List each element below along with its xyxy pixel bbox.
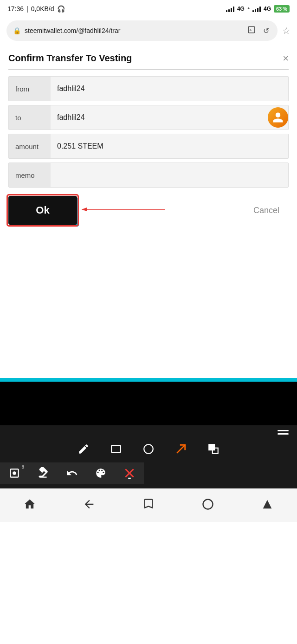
separator: | <box>26 5 28 13</box>
pencil-tool[interactable] <box>74 441 93 457</box>
camera-badge: 6 <box>21 464 24 469</box>
battery-indicator: 63 % <box>274 5 290 13</box>
svg-line-6 <box>177 445 185 453</box>
arrow-tool[interactable] <box>171 441 191 457</box>
cancel-button[interactable]: Cancel <box>244 198 289 223</box>
corner-square-tool[interactable] <box>204 441 223 457</box>
form-row-from: from fadhlil24 <box>8 76 289 101</box>
dialog-title: Confirm Transfer To Vesting <box>8 53 132 64</box>
dialog-divider <box>8 69 289 70</box>
lock-icon: 🔒 <box>13 27 21 34</box>
buttons-row: Ok Cancel <box>8 196 289 225</box>
white-area <box>0 225 297 378</box>
svg-text:A: A <box>250 28 252 32</box>
svg-rect-8 <box>209 444 214 450</box>
network-label-1: 4G <box>237 6 245 12</box>
bookmarks-button[interactable] <box>133 495 164 514</box>
battery-percent: 63 <box>276 6 282 12</box>
bookmark-button[interactable]: ☆ <box>282 25 291 36</box>
palette-tool[interactable] <box>86 462 115 484</box>
navigation-bar <box>0 488 297 522</box>
signal-bars-1 <box>226 6 234 12</box>
arrow-annotation <box>77 200 170 221</box>
svg-point-12 <box>203 500 213 509</box>
url-bar[interactable]: 🔒 steemitwallet.com/@fadhlil24/trar A ↺ <box>6 20 278 41</box>
dialog-container: Confirm Transfer To Vesting × from fadhl… <box>0 45 297 225</box>
network-label-2: 4G <box>264 6 271 12</box>
circle-button[interactable] <box>192 495 224 514</box>
form-row-amount: amount 0.251 STEEM <box>8 134 289 159</box>
home-button[interactable] <box>14 495 45 514</box>
memo-value <box>51 163 288 187</box>
svg-rect-11 <box>128 478 131 479</box>
ok-button[interactable]: Ok <box>8 196 77 225</box>
avatar-badge <box>268 107 288 128</box>
close-button[interactable]: × <box>283 53 289 64</box>
undo-tool[interactable] <box>58 462 86 484</box>
translate-button[interactable]: A <box>245 24 258 38</box>
ok-button-wrapper: Ok <box>8 196 77 225</box>
status-right: 4G ⁺ 4G 63 % <box>226 5 290 13</box>
teal-separator <box>0 378 297 382</box>
annotation-toolbar: 6 <box>0 425 297 488</box>
data-speed: 0,0KB/d <box>31 5 54 13</box>
tools-row-1 <box>0 436 297 460</box>
svg-point-5 <box>144 444 153 454</box>
eraser-tool[interactable] <box>29 462 58 484</box>
tools-row-2: 6 <box>0 460 297 488</box>
crossout-tool[interactable] <box>115 462 144 484</box>
svg-rect-4 <box>111 445 121 452</box>
from-label: from <box>9 77 51 101</box>
time-display: 17:36 <box>7 5 24 13</box>
dialog-header: Confirm Transfer To Vesting × <box>8 53 289 64</box>
triangle-button[interactable] <box>252 495 283 514</box>
form-row-to: to fadhlil24 <box>8 105 289 130</box>
circle-tool[interactable] <box>139 441 158 457</box>
rectangle-tool[interactable] <box>106 441 126 457</box>
url-text: steemitwallet.com/@fadhlil24/trar <box>25 27 242 34</box>
to-value: fadhlil24 <box>51 105 288 130</box>
toolbar-top <box>0 425 297 436</box>
hamburger-menu[interactable] <box>278 430 289 435</box>
from-value: fadhlil24 <box>51 77 288 101</box>
network-plus: ⁺ <box>247 7 250 12</box>
browser-bar: 🔒 steemitwallet.com/@fadhlil24/trar A ↺ … <box>0 17 297 45</box>
form-row-memo: memo <box>8 163 289 188</box>
url-icons: A ↺ <box>245 24 271 38</box>
amount-value: 0.251 STEEM <box>51 134 288 158</box>
status-bar: 17:36 | 0,0KB/d 🎧 4G ⁺ 4G 63 % <box>0 0 297 17</box>
to-label: to <box>9 105 51 130</box>
memo-label: memo <box>9 163 51 187</box>
refresh-button[interactable]: ↺ <box>261 25 271 37</box>
black-area: 6 <box>0 382 297 488</box>
signal-bars-2 <box>252 6 261 12</box>
amount-label: amount <box>9 134 51 158</box>
camera-tool[interactable]: 6 <box>0 462 29 484</box>
back-button[interactable] <box>73 495 105 514</box>
headphone-icon: 🎧 <box>57 5 65 13</box>
